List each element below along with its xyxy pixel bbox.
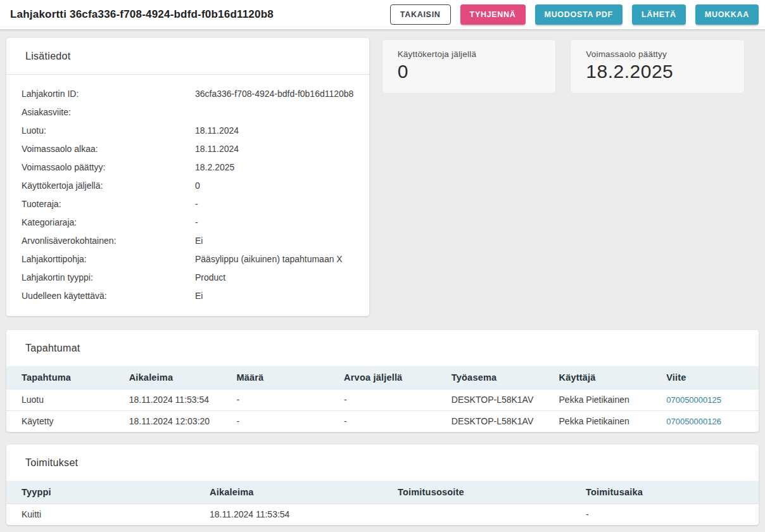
detail-row: Voimassaolo päättyy: 18.2.2025 bbox=[22, 158, 354, 176]
user-cell: Pekka Pietikainen bbox=[544, 389, 652, 410]
detail-row: Luotu: 18.11.2024 bbox=[22, 121, 354, 139]
deliveries-card: Toimitukset Tyyppi Aikaleima Toimitusoso… bbox=[6, 445, 759, 525]
send-button[interactable]: LÄHETÄ bbox=[632, 4, 686, 25]
reference-cell: 070050000125 bbox=[651, 389, 759, 410]
column-header: Määrä bbox=[221, 366, 329, 389]
stat-card-uses-remaining: Käyttökertoja jäljellä 0 bbox=[382, 39, 557, 94]
column-header: Käyttäjä bbox=[544, 366, 652, 389]
events-header-row: Tapahtuma Aikaleima Määrä Arvoa jäljellä… bbox=[6, 366, 759, 389]
value-left-cell: - bbox=[329, 389, 436, 410]
amount-cell: - bbox=[221, 389, 329, 410]
events-card: Tapahtumat Tapahtuma Aikaleima Määrä Arv… bbox=[6, 330, 759, 432]
reference-link[interactable]: 070050000126 bbox=[666, 417, 721, 426]
edit-button[interactable]: MUOKKAA bbox=[695, 4, 759, 25]
table-row: Luotu 18.11.2024 11:53:54 - - DESKTOP-L5… bbox=[6, 389, 759, 410]
detail-row: Uudelleen käytettävä: Ei bbox=[22, 286, 354, 305]
detail-label: Voimassaolo päättyy: bbox=[22, 162, 195, 172]
detail-value: 0 bbox=[195, 180, 354, 191]
column-header: Tapahtuma bbox=[6, 366, 114, 389]
amount-cell: - bbox=[221, 410, 329, 432]
page-content: Lisätiedot Lahjakortin ID: 36cfa336-f708… bbox=[0, 29, 765, 525]
detail-label: Uudelleen käytettävä: bbox=[22, 291, 195, 301]
timestamp-cell: 18.11.2024 11:53:54 bbox=[194, 504, 382, 525]
detail-value: 18.2.2025 bbox=[195, 162, 354, 172]
detail-value: 18.11.2024 bbox=[195, 144, 354, 154]
details-rows: Lahjakortin ID: 36cfa336-f708-4924-bdfd-… bbox=[6, 75, 369, 316]
column-header: Työasema bbox=[436, 366, 544, 389]
workstation-cell: DESKTOP-L58K1AV bbox=[436, 410, 544, 432]
value-left-cell: - bbox=[329, 410, 436, 432]
timestamp-cell: 18.11.2024 11:53:54 bbox=[114, 389, 222, 410]
event-type-cell: Luotu bbox=[6, 389, 114, 410]
detail-row: Arvonlisäverokohtainen: Ei bbox=[22, 231, 354, 250]
column-header: Tyyppi bbox=[6, 481, 194, 504]
detail-value: Product bbox=[195, 272, 354, 282]
delivery-address-cell bbox=[382, 504, 571, 525]
detail-label: Arvonlisäverokohtainen: bbox=[22, 236, 195, 246]
detail-label: Voimassaolo alkaa: bbox=[22, 144, 195, 154]
timestamp-cell: 18.11.2024 12:03:20 bbox=[114, 410, 222, 432]
detail-label: Käyttökertoja jäljellä: bbox=[22, 180, 195, 191]
column-header: Toimitusosoite bbox=[382, 481, 571, 504]
detail-row: Lahjakortin tyyppi: Product bbox=[22, 268, 354, 286]
events-table: Tapahtuma Aikaleima Määrä Arvoa jäljellä… bbox=[6, 366, 759, 432]
detail-label: Lahjakortin ID: bbox=[22, 89, 195, 99]
app-bar: Lahjakortti 36cfa336-f708-4924-bdfd-f0b1… bbox=[0, 0, 765, 29]
stat-label: Käyttökertoja jäljellä bbox=[398, 49, 541, 59]
detail-row: Kategoriaraja: - bbox=[22, 213, 354, 231]
detail-row: Lahjakorttipohja: Pääsylippu (aikuinen) … bbox=[22, 250, 354, 268]
toolbar: TAKAISIN TYHJENNÄ MUODOSTA PDF LÄHETÄ MU… bbox=[390, 4, 760, 25]
column-header: Toimitusaika bbox=[571, 481, 759, 504]
column-header: Aikaleima bbox=[194, 481, 382, 504]
detail-label: Tuoteraja: bbox=[22, 199, 195, 209]
details-card-title: Lisätiedot bbox=[6, 38, 369, 75]
deliveries-card-title: Toimitukset bbox=[6, 445, 759, 481]
column-header: Aikaleima bbox=[114, 366, 222, 389]
detail-row: Lahjakortin ID: 36cfa336-f708-4924-bdfd-… bbox=[22, 84, 354, 103]
detail-row: Voimassaolo alkaa: 18.11.2024 bbox=[22, 139, 354, 158]
detail-row: Käyttökertoja jäljellä: 0 bbox=[22, 176, 354, 194]
page-title: Lahjakortti 36cfa336-f708-4924-bdfd-f0b1… bbox=[10, 8, 390, 21]
delivery-type-cell: Kuitti bbox=[6, 504, 194, 525]
generate-pdf-button[interactable]: MUODOSTA PDF bbox=[535, 4, 623, 25]
events-card-title: Tapahtumat bbox=[6, 330, 759, 366]
detail-row: Asiakasviite: bbox=[22, 103, 354, 121]
detail-value: - bbox=[195, 199, 354, 209]
user-cell: Pekka Pietikainen bbox=[544, 410, 652, 432]
detail-label: Luotu: bbox=[22, 125, 195, 136]
stat-value: 0 bbox=[398, 61, 541, 82]
detail-value: Ei bbox=[195, 236, 354, 246]
detail-label: Lahjakorttipohja: bbox=[22, 254, 195, 264]
back-button[interactable]: TAKAISIN bbox=[390, 4, 451, 25]
top-section: Lisätiedot Lahjakortin ID: 36cfa336-f708… bbox=[6, 38, 759, 316]
column-header: Arvoa jäljellä bbox=[329, 366, 436, 389]
deliveries-table: Tyyppi Aikaleima Toimitusosoite Toimitus… bbox=[6, 481, 759, 525]
deliveries-header-row: Tyyppi Aikaleima Toimitusosoite Toimitus… bbox=[6, 481, 759, 504]
stat-label: Voimassaolo päättyy bbox=[586, 49, 729, 59]
table-row: Kuitti 18.11.2024 11:53:54 - bbox=[6, 504, 759, 525]
detail-value: Ei bbox=[195, 291, 354, 301]
detail-label: Lahjakortin tyyppi: bbox=[22, 272, 195, 282]
workstation-cell: DESKTOP-L58K1AV bbox=[436, 389, 544, 410]
detail-value: 18.11.2024 bbox=[195, 125, 354, 136]
stat-value: 18.2.2025 bbox=[586, 61, 729, 82]
column-header: Viite bbox=[651, 366, 759, 389]
details-card: Lisätiedot Lahjakortin ID: 36cfa336-f708… bbox=[6, 38, 369, 316]
stat-card-validity-ends: Voimassaolo päättyy 18.2.2025 bbox=[570, 39, 745, 94]
detail-label: Asiakasviite: bbox=[22, 107, 195, 117]
detail-value: 36cfa336-f708-4924-bdfd-f0b16d1120b8 bbox=[195, 89, 354, 99]
detail-label: Kategoriaraja: bbox=[22, 217, 195, 227]
reference-cell: 070050000126 bbox=[651, 410, 759, 432]
event-type-cell: Käytetty bbox=[6, 410, 114, 432]
table-row: Käytetty 18.11.2024 12:03:20 - - DESKTOP… bbox=[6, 410, 759, 432]
delivery-time-cell: - bbox=[571, 504, 759, 525]
reference-link[interactable]: 070050000125 bbox=[666, 395, 721, 405]
clear-button[interactable]: TYHJENNÄ bbox=[460, 4, 526, 25]
detail-value: Pääsylippu (aikuinen) tapahtumaan X bbox=[195, 254, 354, 264]
detail-value: - bbox=[195, 217, 354, 227]
detail-row: Tuoteraja: - bbox=[22, 194, 354, 213]
